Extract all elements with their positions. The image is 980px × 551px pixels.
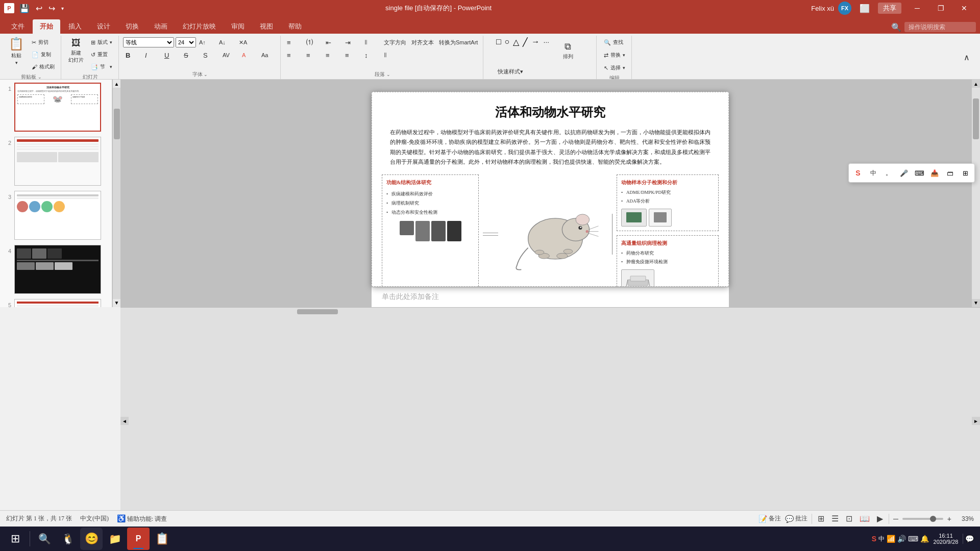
minimize-btn[interactable]: ─ <box>905 0 929 16</box>
taskbar-app3[interactable]: 😊 <box>80 528 103 550</box>
clock[interactable]: 16:11 2020/9/28 <box>933 533 959 545</box>
quick-redo-btn[interactable]: ↪ <box>46 3 57 14</box>
scroll-track[interactable] <box>113 88 120 299</box>
notes-area[interactable]: 单击此处添加备注 <box>372 287 729 307</box>
taskbar-powerpoint[interactable]: P <box>127 528 150 550</box>
tab-transitions[interactable]: 切换 <box>118 19 146 34</box>
canvas-scroll-left[interactable]: ◄ <box>120 417 129 425</box>
shape-rect[interactable]: □ <box>495 37 503 65</box>
canvas-scroll-track-h[interactable] <box>129 308 972 535</box>
italic-btn[interactable]: I <box>142 49 161 61</box>
font-color-btn[interactable]: A <box>239 49 258 61</box>
tab-file[interactable]: 文件 <box>4 19 32 34</box>
taskbar-qq[interactable]: 🐧 <box>57 528 79 550</box>
zoom-thumb[interactable] <box>930 516 936 522</box>
cut-btn[interactable]: ✂ 剪切 <box>29 37 58 48</box>
shape-more[interactable]: … <box>542 37 551 65</box>
tray-network[interactable]: 📶 <box>887 535 895 543</box>
ft-voice-btn[interactable]: 🎤 <box>897 166 911 180</box>
slide-thumb-2[interactable]: 2 <box>2 136 110 187</box>
zoom-in-btn[interactable]: + <box>947 515 951 523</box>
tab-design[interactable]: 设计 <box>90 19 117 34</box>
smartart-btn[interactable]: 转换为SmartArt <box>437 37 480 48</box>
format-painter-btn[interactable]: 🖌 格式刷 <box>29 61 58 72</box>
shape-ellipse[interactable]: ○ <box>503 37 511 65</box>
numbering-btn[interactable]: ⑴ <box>304 37 323 48</box>
ribbon-search-input[interactable] <box>904 22 976 32</box>
clear-format-btn[interactable]: ✕A <box>237 37 256 48</box>
slide-preview-1[interactable]: 活体和动物水平研究 在药物研发过程中，动物模型对于临床前药效评价研究具有关键作用… <box>14 83 101 132</box>
canvas-scroll-thumb-h[interactable] <box>297 309 338 314</box>
slide-body-text[interactable]: 在药物研发过程中，动物模型对于临床前药效评价研究具有关键作用。以抗癌药物研发为例… <box>372 124 729 170</box>
taskbar-explorer[interactable]: 📁 <box>104 528 126 550</box>
case-btn[interactable]: Aa <box>259 49 277 61</box>
quick-save-btn[interactable]: 💾 <box>17 3 32 14</box>
tray-keyboard[interactable]: ⌨ <box>908 535 918 543</box>
bold-btn[interactable]: B <box>123 49 141 61</box>
columns2-btn[interactable]: ⫴ <box>382 49 400 61</box>
align-left-btn[interactable]: ≡ <box>285 49 303 61</box>
ft-punct-btn[interactable]: 。 <box>881 166 896 180</box>
view-presenter-btn[interactable]: ▶ <box>875 513 885 524</box>
replace-btn[interactable]: ⇄ 替换 ▾ <box>601 49 628 61</box>
user-avatar[interactable]: FX <box>838 2 851 15</box>
tray-notification[interactable]: 🔔 <box>920 535 929 543</box>
decrease-font-btn[interactable]: A↓ <box>217 37 236 48</box>
tray-volume[interactable]: 🔊 <box>897 535 906 543</box>
ft-apps-btn[interactable]: ⊞ <box>958 166 972 180</box>
ft-download-btn[interactable]: 📥 <box>927 166 942 180</box>
scroll-up-btn[interactable]: ▲ <box>113 80 121 88</box>
notes-btn[interactable]: 📝 备注 <box>758 514 781 523</box>
new-slide-btn[interactable]: 🖼 新建幻灯片 <box>65 37 87 65</box>
quick-undo-btn[interactable]: ↩ <box>34 3 44 14</box>
canvas-scroll-up[interactable]: ▲ <box>972 80 980 88</box>
zoom-slider[interactable] <box>902 518 943 520</box>
shape-line[interactable]: ╱ <box>521 37 529 65</box>
select-btn[interactable]: ↖ 选择 ▾ <box>601 62 628 73</box>
tab-view[interactable]: 视图 <box>253 19 280 34</box>
quick-styles-btn[interactable]: 快速样式▾ <box>495 66 526 77</box>
quick-more-btn[interactable]: ▾ <box>59 5 66 12</box>
show-desktop-btn[interactable]: 💬 <box>963 534 976 544</box>
section-btn[interactable]: 📑 节 ▾ <box>88 61 115 72</box>
slide-preview-3[interactable] <box>14 191 101 240</box>
ft-keyboard-btn[interactable]: ⌨ <box>912 166 926 180</box>
scroll-down-btn[interactable]: ▼ <box>113 299 121 307</box>
font-name-select[interactable]: 等线 <box>123 37 174 47</box>
taskbar-search[interactable]: 🔍 <box>33 528 56 550</box>
zoom-out-btn[interactable]: ─ <box>893 515 898 523</box>
increase-indent-btn[interactable]: ⇥ <box>343 37 361 48</box>
line-spacing-btn[interactable]: ↕ <box>362 49 381 61</box>
bullets-btn[interactable]: ≡ <box>285 37 303 48</box>
accessibility-indicator[interactable]: ♿ 辅助功能: 调查 <box>117 514 167 523</box>
canvas-scroll-track[interactable] <box>972 88 980 299</box>
paste-dropdown-icon[interactable]: ▾ <box>15 60 18 65</box>
canvas-scroll-thumb[interactable] <box>973 98 979 139</box>
tray-sogou[interactable]: S <box>872 535 876 543</box>
tab-help[interactable]: 帮助 <box>281 19 309 34</box>
slide-preview-2[interactable] <box>14 137 101 186</box>
language-indicator[interactable]: 中文(中国) <box>80 514 109 523</box>
close-btn[interactable]: ✕ <box>952 0 976 16</box>
tray-input-mode[interactable]: 中 <box>878 535 885 543</box>
tab-home[interactable]: 开始 <box>33 19 60 34</box>
align-text-btn[interactable]: 对齐文本 <box>409 37 436 48</box>
taskbar-notes[interactable]: 📋 <box>151 528 173 550</box>
reset-btn[interactable]: ↺ 重置 <box>88 49 115 60</box>
paste-btn[interactable]: 📋 粘贴 ▾ <box>5 37 28 65</box>
align-center-btn[interactable]: ≡ <box>304 49 323 61</box>
text-direction-btn[interactable]: 文字方向 <box>382 37 408 48</box>
tab-review[interactable]: 审阅 <box>224 19 252 34</box>
view-outline-btn[interactable]: ☰ <box>830 513 840 524</box>
canvas-scroll-down[interactable]: ▼ <box>972 299 980 307</box>
slide-thumb-5[interactable]: 5 <box>2 298 110 307</box>
ft-sogou-btn[interactable]: S <box>851 166 865 180</box>
layout-btn[interactable]: ⊞ 版式 ▾ <box>88 37 115 48</box>
ft-chinese-btn[interactable]: 中 <box>866 166 880 180</box>
copy-btn[interactable]: 📄 复制 <box>29 49 58 60</box>
view-reading-btn[interactable]: 📖 <box>858 513 871 524</box>
shape-arrow[interactable]: → <box>530 37 541 65</box>
share-btn[interactable]: 共享 <box>878 3 901 14</box>
slide-thumb-3[interactable]: 3 <box>2 190 110 241</box>
strikethrough-btn[interactable]: S <box>181 49 200 61</box>
